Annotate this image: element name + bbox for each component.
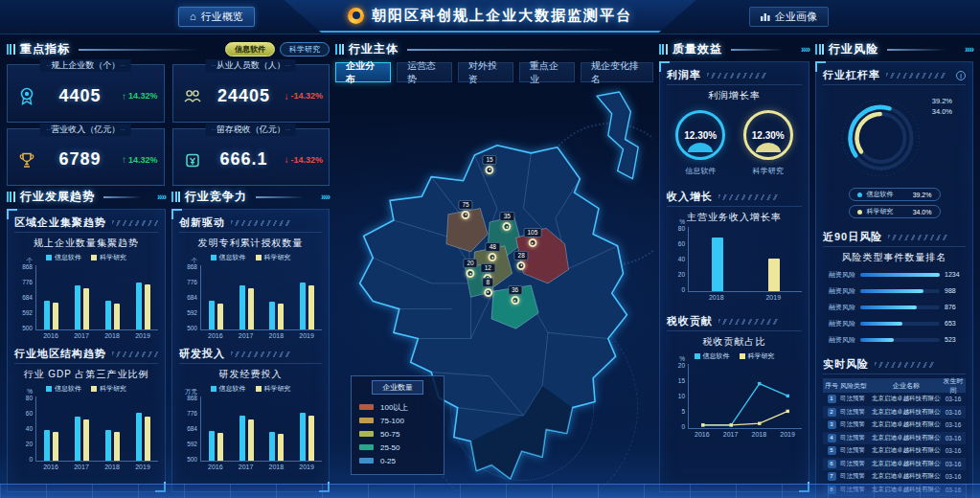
table-row[interactable]: 3司法预警北京启迪卓越科技有限公司03-16 [823,419,966,432]
tab-企业分布[interactable]: 企业分布 [335,62,391,82]
risk-bar-track [860,306,940,309]
map-marker-75[interactable]: 75 [458,200,472,219]
map-legend-swatch [359,404,374,410]
risk-bar-track [860,322,940,326]
map-marker-48[interactable]: 48 [486,242,500,261]
y-axis: 个868776684592500 [14,265,35,330]
risk-type: 司法预警 [840,472,872,481]
map-marker-35[interactable]: 35 [500,212,514,231]
chart-legend: 信息软件科学研究 [14,252,158,262]
income-block: 收入增长 主营业务收入增长率 %80604020020182019 [667,190,802,301]
compete-more-button[interactable]: »» [317,192,330,202]
risk-bar-value: 653 [945,320,966,327]
chart-axis: 万元868776684592500 [179,396,322,462]
y-tick-label: 20 [26,441,33,447]
legend-value: 34.0% [913,209,932,215]
chart-block-structure: 行业地区结构趋势 行业 GDP 占第三产业比例 信息软件科学研究%8060402… [14,347,158,470]
map-marker-28[interactable]: 28 [514,251,529,270]
row-index-badge: 4 [823,434,840,442]
bar [217,304,223,329]
leverage-subtitle: 行业杠杆率 [823,68,880,82]
hatch-decoration [888,235,949,240]
tab-运营态势[interactable]: 运营态势 [397,62,452,82]
company-name: 北京启迪卓越科技有限公司 [872,472,941,481]
info-icon[interactable]: i [956,71,966,80]
legend-label: 科学研究 [100,253,126,262]
x-axis-labels: 2016201720182019 [200,330,322,339]
map-legend-row: 25-50 [359,441,436,454]
tax-block: 税收贡献 税收贡献占比 信息软件科学研究%2015105020162017201… [667,314,802,438]
risk-bar-row: 融资风险1234 [823,266,966,283]
tab-重点企业[interactable]: 重点企业 [519,62,575,82]
chart-title: 税收贡献占比 [667,335,802,349]
y-axis: %20151050 [667,364,688,429]
realtime-subheader: 实时风险 [823,357,966,374]
chart-title: 主营业务收入增长率 [667,211,802,224]
metric-delta: ↓-14.32% [284,154,323,165]
gauge-label: 科学研究 [753,166,784,176]
x-tick-label: 2019 [773,429,802,438]
bar [300,283,306,329]
table-row[interactable]: 7司法预警北京启迪卓越科技有限公司03-16 [823,470,966,484]
tab-规企变化排名[interactable]: 规企变化排名 [581,62,653,82]
trend-panel: 区域企业集聚趋势 规上企业数量集聚趋势 信息软件科学研究个86877668459… [7,209,166,492]
header-line [79,49,220,51]
table-row[interactable]: 4司法预警北京启迪卓越科技有限公司03-16 [823,432,966,445]
x-tick-label: 2016 [35,462,66,470]
innovation-subtitle: 创新驱动 [179,215,225,230]
location-pin-icon [489,253,497,261]
gdp-bar-chart: 信息软件科学研究%8060402002016201720182019 [14,383,158,470]
leverage-legend: 信息软件39.2%科学研究34.0% [823,188,966,218]
bar [712,238,723,291]
table-row[interactable]: 5司法预警北京启迪卓越科技有限公司03-16 [823,444,966,458]
trend-more-button[interactable]: »» [153,192,166,202]
section-bars-icon [171,192,180,202]
filter-pill-科学研究[interactable]: 科学研究 [280,42,330,57]
bar [44,301,50,329]
x-tick-label: 2019 [291,462,322,470]
bar-chart-icon [761,11,770,23]
chart-block-rnd: 研发投入 研发经费投入 信息软件科学研究万元868776684592500201… [179,347,322,470]
map-marker-8[interactable]: 8 [483,278,494,297]
hatch-decoration [718,319,780,325]
map-marker-15[interactable]: 15 [482,155,496,174]
bar [145,417,150,461]
x-tick-label: 2017 [231,462,262,470]
chart-axis: %806040200 [14,396,158,462]
y-tick-label: 592 [187,309,197,316]
risk-bar-fill [860,338,894,342]
table-row[interactable]: 6司法预警北京启迪卓越科技有限公司03-16 [823,458,966,471]
legend-item: 信息软件 [211,253,246,262]
risk-bar-fill [860,306,917,309]
nav-industry-overview[interactable]: ⌂ 行业概览 [178,7,255,27]
map-legend-swatch [359,418,374,423]
filter-pill-信息软件[interactable]: 信息软件 [225,42,275,57]
x-tick-label: 2017 [66,330,97,339]
risk-type: 司法预警 [840,420,872,429]
y-tick-label: 60 [26,410,33,417]
tab-对外投资[interactable]: 对外投资 [458,62,513,82]
metric-value: 666.1 [206,149,283,170]
risk-more-button[interactable]: »» [961,44,973,55]
risk-type: 司法预警 [840,434,872,442]
nav-enterprise-portrait[interactable]: 企业画像 [749,7,829,27]
risk-type-hbars: 融资风险1234融资风险988融资风险876融资风险653融资风险523 [823,266,966,348]
map-marker-105[interactable]: 105 [523,228,541,247]
y-tick-label: 80 [678,225,685,232]
table-row[interactable]: 2司法预警北京启迪卓越科技有限公司03-16 [823,406,966,419]
risk-header: 行业风险 »» [815,40,973,58]
map-marker-36[interactable]: 36 [508,285,522,305]
quality-more-button[interactable]: »» [797,44,809,55]
map-legend: 企业数量 100以上75-10050-7525-500-25 [351,375,444,475]
metric-card-label: 营业收入（亿元） [40,124,131,136]
quality-title: 质量效益 [672,41,722,57]
risk-panel: 行业杠杆率 i 39.2%34.0% 信息软件39.2%科学研究34.0% 近9… [815,61,973,498]
chart-title: 研发经费投入 [179,368,322,381]
marker-count-badge: 36 [508,285,522,295]
bar [248,419,254,461]
risk-type: 司法预警 [840,395,872,403]
bar [53,303,58,329]
gauge-value: 12.30% [752,130,785,141]
structure-subheader: 行业地区结构趋势 [14,347,158,364]
map-marker-20[interactable]: 20 [463,259,477,278]
